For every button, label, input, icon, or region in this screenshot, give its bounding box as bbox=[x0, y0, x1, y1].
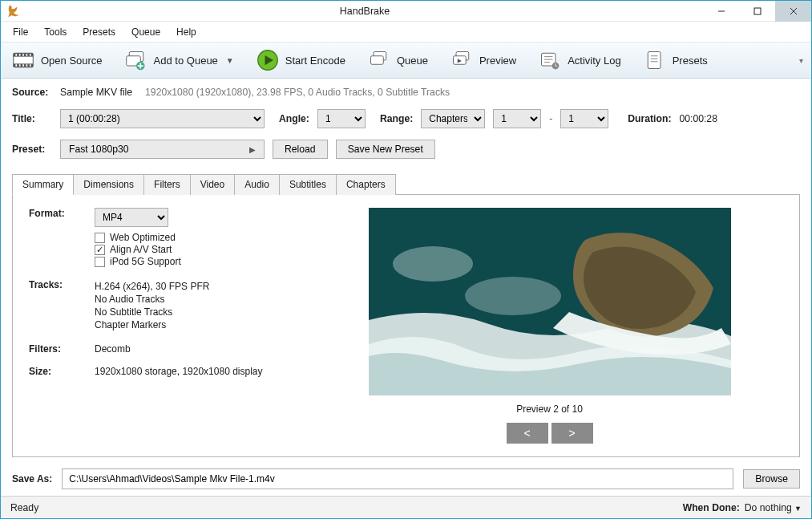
svg-rect-11 bbox=[30, 54, 31, 56]
menu-tools[interactable]: Tools bbox=[37, 23, 74, 41]
save-as-label: Save As: bbox=[12, 473, 52, 485]
maximize-button[interactable] bbox=[739, 1, 775, 22]
queue-icon bbox=[368, 49, 390, 71]
tab-chapters[interactable]: Chapters bbox=[336, 174, 396, 195]
tab-subtitles[interactable]: Subtitles bbox=[279, 174, 337, 195]
tab-filters[interactable]: Filters bbox=[143, 174, 191, 195]
web-optimized-label: Web Optimized bbox=[110, 232, 176, 243]
ipod-support-label: iPod 5G Support bbox=[110, 256, 181, 267]
preview-next-button[interactable]: > bbox=[551, 423, 593, 444]
filters-value: Decomb bbox=[95, 343, 131, 355]
queue-label: Queue bbox=[397, 55, 428, 67]
svg-rect-30 bbox=[648, 52, 661, 69]
svg-rect-13 bbox=[19, 64, 21, 67]
web-optimized-checkbox[interactable] bbox=[95, 233, 105, 243]
filters-label: Filters: bbox=[29, 343, 79, 355]
preview-button[interactable]: Preview bbox=[446, 46, 521, 75]
save-new-preset-button[interactable]: Save New Preset bbox=[336, 140, 435, 159]
toolbar-overflow[interactable]: ▾ bbox=[798, 55, 805, 67]
add-to-queue-button[interactable]: Add to Queue ▼ bbox=[120, 46, 239, 75]
svg-point-35 bbox=[393, 246, 473, 282]
minimize-button[interactable] bbox=[703, 1, 739, 22]
tracks-line: No Subtitle Tracks bbox=[95, 306, 209, 318]
svg-rect-8 bbox=[19, 54, 21, 56]
log-icon bbox=[539, 49, 561, 71]
svg-rect-15 bbox=[26, 64, 28, 67]
preview-prev-button[interactable]: < bbox=[507, 423, 548, 444]
reload-button[interactable]: Reload bbox=[273, 140, 328, 159]
play-icon bbox=[257, 49, 279, 71]
start-encode-button[interactable]: Start Encode bbox=[252, 46, 350, 75]
add-to-queue-label: Add to Queue bbox=[154, 55, 218, 67]
menu-help[interactable]: Help bbox=[169, 23, 204, 41]
range-from-select[interactable]: 1 bbox=[493, 109, 541, 128]
triangle-right-icon: ▶ bbox=[249, 145, 256, 154]
preview-icon bbox=[450, 49, 473, 71]
presets-button[interactable]: Presets bbox=[639, 46, 713, 75]
status-text: Ready bbox=[10, 502, 38, 513]
svg-point-36 bbox=[465, 277, 561, 315]
menu-presets[interactable]: Presets bbox=[75, 23, 123, 41]
source-details: 1920x1080 (1920x1080), 23.98 FPS, 0 Audi… bbox=[145, 87, 450, 98]
close-button[interactable] bbox=[775, 1, 811, 22]
svg-rect-1 bbox=[754, 8, 761, 14]
svg-rect-16 bbox=[30, 64, 31, 67]
tracks-label: Tracks: bbox=[29, 279, 79, 332]
menu-queue[interactable]: Queue bbox=[124, 23, 168, 41]
align-av-checkbox[interactable]: ✓ bbox=[95, 245, 105, 255]
open-source-button[interactable]: Open Source bbox=[7, 46, 107, 75]
svg-rect-22 bbox=[370, 56, 383, 65]
browse-button[interactable]: Browse bbox=[743, 469, 800, 489]
tabs-bar: Summary Dimensions Filters Video Audio S… bbox=[12, 173, 800, 194]
preset-label: Preset: bbox=[12, 144, 52, 155]
ipod-support-checkbox[interactable] bbox=[95, 257, 105, 267]
range-label: Range: bbox=[380, 113, 413, 124]
activity-log-label: Activity Log bbox=[568, 55, 620, 67]
source-name: Sample MKV file bbox=[60, 87, 132, 98]
preset-picker[interactable]: Fast 1080p30 ▶ bbox=[60, 140, 265, 159]
range-dash: - bbox=[549, 113, 552, 124]
svg-rect-9 bbox=[22, 54, 24, 56]
duration-value: 00:00:28 bbox=[679, 113, 717, 124]
presets-label: Presets bbox=[673, 55, 708, 67]
title-label: Title: bbox=[12, 113, 52, 124]
queue-button[interactable]: Queue bbox=[363, 46, 433, 75]
save-as-input[interactable] bbox=[62, 468, 733, 489]
format-select[interactable]: MP4 bbox=[95, 208, 168, 227]
tab-summary[interactable]: Summary bbox=[12, 174, 74, 195]
align-av-label: Align A/V Start bbox=[110, 244, 172, 255]
chevron-down-icon: ▼ bbox=[226, 56, 234, 65]
tab-video[interactable]: Video bbox=[190, 174, 235, 195]
svg-rect-10 bbox=[26, 54, 28, 56]
tracks-line: Chapter Markers bbox=[95, 319, 209, 330]
toolbar: Open Source Add to Queue ▼ Start Encode … bbox=[1, 43, 811, 79]
duration-label: Duration: bbox=[628, 113, 671, 124]
tab-dimensions[interactable]: Dimensions bbox=[73, 174, 144, 195]
presets-icon bbox=[644, 49, 666, 71]
tab-audio[interactable]: Audio bbox=[234, 174, 280, 195]
when-done-label: When Done: bbox=[683, 502, 740, 513]
svg-rect-7 bbox=[15, 54, 17, 56]
queue-add-icon bbox=[125, 49, 147, 71]
range-to-select[interactable]: 1 bbox=[560, 109, 608, 128]
title-select[interactable]: 1 (00:00:28) bbox=[60, 109, 265, 128]
activity-log-button[interactable]: Activity Log bbox=[534, 46, 625, 75]
start-encode-label: Start Encode bbox=[285, 55, 345, 67]
menu-file[interactable]: File bbox=[6, 23, 35, 41]
menubar: File Tools Presets Queue Help bbox=[1, 22, 811, 43]
preview-label: Preview bbox=[479, 55, 516, 67]
svg-rect-12 bbox=[15, 64, 17, 67]
film-icon bbox=[12, 49, 34, 71]
range-mode-select[interactable]: Chapters bbox=[421, 109, 485, 128]
window-title: HandBrake bbox=[26, 6, 703, 17]
format-label: Format: bbox=[29, 208, 79, 268]
size-label: Size: bbox=[29, 366, 79, 377]
tracks-line: H.264 (x264), 30 FPS PFR bbox=[95, 281, 209, 292]
tracks-line: No Audio Tracks bbox=[95, 294, 209, 305]
angle-select[interactable]: 1 bbox=[317, 109, 366, 128]
tracks-list: H.264 (x264), 30 FPS PFR No Audio Tracks… bbox=[95, 279, 209, 332]
preview-caption: Preview 2 of 10 bbox=[516, 403, 583, 415]
tab-panel-summary: Format: MP4 Web Optimized ✓Align A/V Sta… bbox=[12, 194, 800, 457]
open-source-label: Open Source bbox=[41, 55, 103, 67]
when-done-value[interactable]: Do nothing ▼ bbox=[745, 502, 802, 513]
